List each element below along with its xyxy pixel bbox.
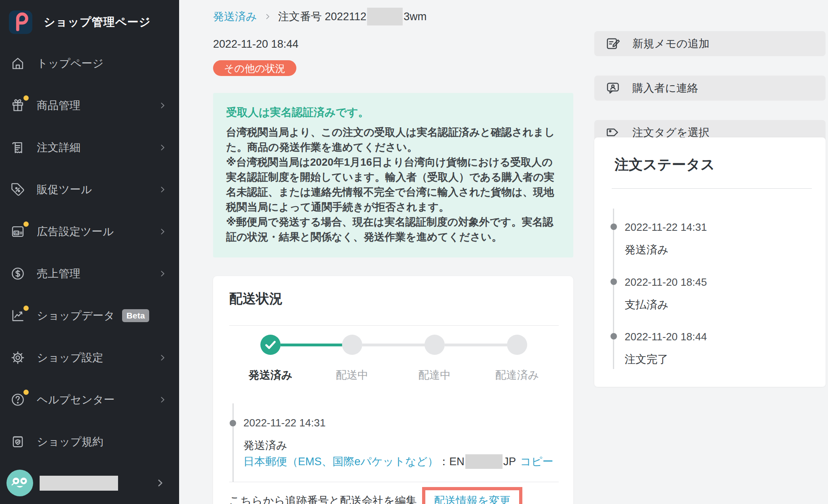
chevron-right-icon[interactable] [155,478,165,488]
notification-dot [23,95,29,101]
step-delivered-icon [507,335,527,355]
breadcrumb-shipped-link[interactable]: 発送済み [213,9,257,24]
receipt-icon [10,140,25,155]
chevron-right-icon [158,227,167,236]
chevron-right-icon [264,13,272,21]
chevron-right-icon [158,185,167,194]
timeline-dot [610,278,617,285]
notice-paragraph: ※台湾税関当局は2020年1月16日より台湾向け貨物における受取人の実名認証制度… [226,155,560,215]
order-number-prefix: 注文番号 2022112 [278,9,367,24]
beta-badge: Beta [122,309,150,322]
sidebar-item-top-page[interactable]: トップページ [0,42,179,84]
carrier-link[interactable]: 日本郵便（EMS、国際eパケットなど） [243,454,438,469]
question-circle-icon [10,392,25,407]
sidebar-item-products[interactable]: 商品管理 [0,84,179,127]
timeline-dot [230,420,236,426]
tracking-prefix: ：EN [438,454,465,469]
realname-notice-box: 受取人は実名認証済みです。 台湾税関当局より、この注文の受取人は実名認証済みと確… [213,93,573,257]
breadcrumb: 発送済み 注文番号 2022112 3wm [213,7,573,26]
sidebar-item-help-center[interactable]: ヘルプセンター [0,379,179,421]
sidebar-item-label: 広告設定ツール [37,224,114,239]
notification-dot [23,390,29,395]
timeline-line [613,209,614,369]
right-panel: 新規メモの追加 購入者に連絡 注文タグを選択 注文ステータス 2022-11-2… [594,0,828,504]
sidebar-item-label: ショップ設定 [37,350,104,365]
button-label: 購入者に連絡 [632,81,698,95]
annotation-highlight-box: 配送情報を変更 [422,487,522,504]
event-datetime: 2022-11-22 14:31 [625,221,707,234]
account-row[interactable] [6,470,179,496]
order-datetime: 2022-11-20 18:44 [213,38,573,51]
event-label: 発送済み [625,243,669,257]
step-connector [362,344,435,346]
shipping-timeline: 2022-11-22 14:31 発送済み 日本郵便（EMS、国際eパケットなど… [229,403,559,482]
event-datetime: 2022-11-20 18:44 [625,331,707,343]
sidebar-item-shop-data[interactable]: ショップデータ Beta [0,295,179,337]
chevron-right-icon [158,269,167,278]
sidebar-item-label: トップページ [37,56,104,71]
sidebar-nav: トップページ 商品管理 注文詳細 販促ツール A [0,42,179,463]
home-icon [10,56,25,71]
sidebar-item-promo-tools[interactable]: 販促ツール [0,169,179,211]
button-label: 新規メモの追加 [632,36,710,51]
order-status-title: 注文ステータス [615,155,715,174]
sidebar-item-sales[interactable]: 売上管理 [0,253,179,295]
edit-hint-text: こちらから追跡番号と配送会社を編集 [229,493,416,504]
timeline-dot [610,333,617,340]
shipping-stepper: 発送済み 配送中 配達中 配達済み [229,335,559,387]
step-connector [445,344,517,346]
terms-shield-icon [10,434,25,449]
notice-paragraph: ※郵便局で発送する場合、現在は実名認証制度の対象外です。実名認証の状況・結果と関… [226,215,560,245]
dollar-circle-icon [10,266,25,281]
add-memo-button[interactable]: 新規メモの追加 [594,31,826,56]
divider [229,325,559,326]
event-datetime: 2022-11-20 18:45 [625,276,707,289]
step-shipped-icon [260,335,281,355]
shipping-card-title: 配送状況 [229,290,283,308]
app-title: ショップ管理ページ [44,15,151,30]
step-connector-active [281,344,352,346]
timeline-dot [610,224,617,230]
sidebar-item-label: ショップ規約 [37,434,104,449]
gear-icon [10,350,25,365]
divider [612,188,812,189]
tracking-row: 日本郵便（EMS、国際eパケットなど） ：EN JP コピー [243,454,553,469]
notice-paragraph: 台湾税関当局より、この注文の受取人は実名認証済みと確認されました。商品の発送作業… [226,125,560,155]
line-chart-icon [10,308,25,323]
step-label: 発送済み [234,368,307,382]
sidebar-item-label: 販促ツール [37,182,92,197]
pinkoi-logo-icon[interactable] [9,11,32,34]
step-label: 配送中 [316,368,389,382]
change-shipping-info-link[interactable]: 配送情報を変更 [434,493,511,504]
status-badge: その他の状況 [213,60,296,76]
sidebar-item-label: ヘルプセンター [37,392,115,407]
price-tag-icon [10,182,25,197]
sidebar-item-label: 商品管理 [37,98,80,113]
sidebar-item-ads-tools[interactable]: Ad 広告設定ツール [0,211,179,253]
chevron-right-icon [158,353,167,362]
copy-tracking-link[interactable]: コピー [520,454,553,469]
ad-window-icon: Ad [10,224,25,239]
chevron-right-icon [158,395,167,404]
sidebar: ショップ管理ページ トップページ 商品管理 注文詳細 [0,0,179,504]
sidebar-item-shop-terms[interactable]: ショップ規約 [0,421,179,463]
brand: ショップ管理ページ [0,0,179,34]
chevron-right-icon [158,143,167,152]
shop-name-redacted [40,476,118,491]
chat-person-icon [605,80,621,96]
memo-pencil-icon [605,36,621,52]
sidebar-item-order-details[interactable]: 注文詳細 [0,127,179,169]
contact-buyer-button[interactable]: 購入者に連絡 [594,76,826,101]
event-label: 注文完了 [625,352,668,367]
step-label: 配達済み [481,368,553,382]
gift-icon [10,98,25,113]
breadcrumb-current: 注文番号 2022112 3wm [278,8,427,25]
notification-dot [23,221,29,227]
step-out-for-delivery-icon [425,335,445,355]
order-number-suffix: 3wm [403,11,427,23]
tracking-number-redacted [465,454,503,469]
edit-shipping-row: こちらから追跡番号と配送会社を編集 配送情報を変更 [229,487,559,504]
shipping-status-card: 配送状況 発送済み 配送中 配達中 配達済み 2022-11-22 14:31 … [213,276,573,504]
sidebar-item-shop-settings[interactable]: ショップ設定 [0,337,179,379]
main-content: 発送済み 注文番号 2022112 3wm 2022-11-20 18:44 そ… [213,0,573,504]
